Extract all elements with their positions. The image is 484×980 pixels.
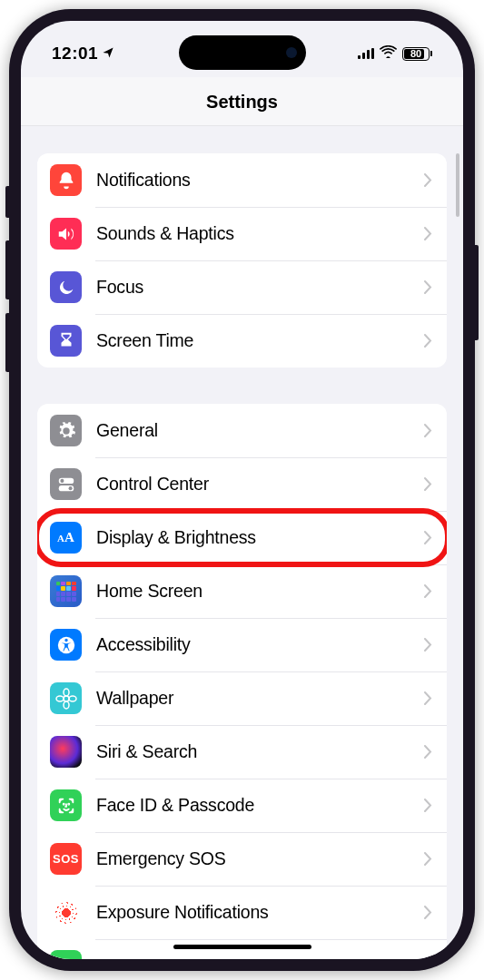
svg-point-11 (63, 803, 64, 804)
row-label: Control Center (96, 474, 424, 495)
row-screentime[interactable]: Screen Time (37, 314, 447, 368)
chevron-right-icon (424, 424, 432, 437)
bell-icon (50, 164, 82, 196)
svg-point-12 (68, 803, 69, 804)
row-homescreen[interactable]: Home Screen (37, 564, 447, 618)
row-label: Wallpaper (96, 688, 424, 709)
row-faceid[interactable]: Face ID & Passcode (37, 779, 447, 832)
settings-group: General Control Center AA Display & Brig… (37, 404, 447, 959)
text-size-icon: AA (50, 522, 82, 554)
chevron-right-icon (424, 584, 432, 598)
hourglass-icon (50, 325, 82, 357)
app-grid-icon (50, 575, 82, 607)
chevron-right-icon (424, 334, 432, 348)
svg-point-9 (56, 696, 64, 701)
row-wallpaper[interactable]: Wallpaper (37, 671, 447, 725)
toggles-icon (50, 468, 82, 500)
svg-point-10 (69, 696, 76, 701)
row-sounds[interactable]: Sounds & Haptics (37, 207, 447, 260)
settings-group: Notifications Sounds & Haptics Focus (37, 153, 447, 368)
chevron-right-icon (424, 799, 432, 812)
row-display[interactable]: AA Display & Brightness (37, 511, 447, 564)
row-label: Battery (96, 956, 424, 959)
sos-icon: SOS (50, 843, 82, 875)
svg-point-5 (64, 638, 67, 641)
row-notifications[interactable]: Notifications (37, 153, 447, 207)
location-icon (102, 44, 114, 64)
chevron-right-icon (424, 906, 432, 919)
row-label: Focus (96, 277, 424, 298)
svg-point-6 (64, 696, 69, 701)
row-exposure[interactable]: Exposure Notifications (37, 886, 447, 939)
chevron-right-icon (424, 531, 432, 544)
page-title: Settings (21, 77, 463, 126)
svg-point-3 (68, 486, 72, 490)
exposure-icon (50, 897, 82, 928)
chevron-right-icon (424, 745, 432, 759)
chevron-right-icon (424, 280, 432, 294)
settings-list[interactable]: Notifications Sounds & Haptics Focus (21, 126, 463, 959)
row-label: Exposure Notifications (96, 902, 424, 923)
chevron-right-icon (424, 477, 432, 491)
row-label: Accessibility (96, 634, 424, 655)
row-accessibility[interactable]: Accessibility (37, 618, 447, 671)
speaker-icon (50, 218, 82, 250)
faceid-icon (50, 789, 82, 821)
dynamic-island (179, 35, 306, 70)
home-indicator[interactable] (173, 945, 311, 949)
row-label: Display & Brightness (96, 527, 424, 548)
scrollbar[interactable] (456, 153, 459, 217)
row-label: Notifications (96, 170, 424, 191)
chevron-right-icon (424, 638, 432, 652)
wifi-icon (380, 45, 397, 62)
row-label: Siri & Search (96, 741, 424, 762)
row-battery[interactable]: Battery (37, 939, 447, 959)
row-label: Home Screen (96, 581, 424, 602)
svg-point-1 (60, 478, 64, 482)
row-label: General (96, 420, 424, 441)
status-time: 12:01 (52, 44, 98, 64)
row-focus[interactable]: Focus (37, 260, 447, 314)
moon-icon (50, 271, 82, 303)
row-label: Face ID & Passcode (96, 795, 424, 816)
accessibility-icon (50, 629, 82, 661)
phone-frame: 12:01 80 Settings (9, 9, 475, 971)
row-label: Sounds & Haptics (96, 223, 424, 244)
svg-point-7 (64, 689, 69, 696)
flower-icon (50, 682, 82, 714)
chevron-right-icon (424, 173, 432, 187)
battery-row-icon (50, 950, 82, 959)
svg-point-8 (64, 701, 69, 709)
chevron-right-icon (424, 852, 432, 866)
row-label: Emergency SOS (96, 848, 424, 869)
gear-icon (50, 415, 82, 446)
battery-icon: 80 (402, 47, 432, 61)
chevron-right-icon (424, 691, 432, 705)
row-siri[interactable]: Siri & Search (37, 725, 447, 779)
row-label: Screen Time (96, 330, 424, 351)
row-sos[interactable]: SOS Emergency SOS (37, 832, 447, 886)
row-controlcenter[interactable]: Control Center (37, 457, 447, 511)
cellular-icon (358, 48, 375, 59)
siri-icon (50, 736, 82, 768)
row-general[interactable]: General (37, 404, 447, 457)
chevron-right-icon (424, 227, 432, 240)
screen: 12:01 80 Settings (21, 21, 463, 959)
